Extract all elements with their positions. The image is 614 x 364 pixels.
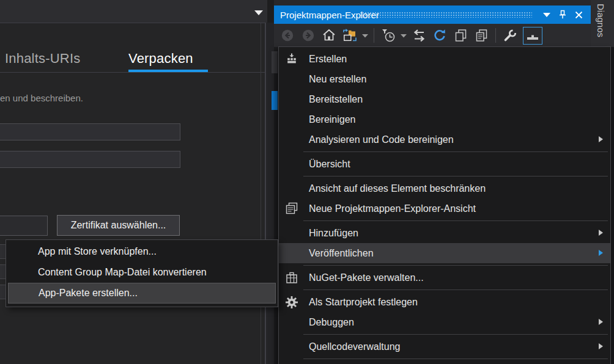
form-fragment xyxy=(0,244,6,259)
menu-item-neue-projektmappen-explorer-ansicht[interactable]: Neue Projektmappen-Explorer-Ansicht xyxy=(279,198,610,219)
menu-item-hinzufügen[interactable]: Hinzufügen xyxy=(279,223,610,243)
visual-studio-screenshot: Inhalts-URIs Verpacken en und beschreibe… xyxy=(0,0,614,364)
sync-with-active-document-icon[interactable] xyxy=(409,26,429,45)
menu-item-erstellen[interactable]: Erstellen xyxy=(279,49,610,69)
menu-item-ansicht-auf-dieses-element-beschränken[interactable]: Ansicht auf dieses Element beschränken xyxy=(279,178,610,198)
tab-verpacken[interactable]: Verpacken xyxy=(128,51,193,67)
menu-item-label: Übersicht xyxy=(309,159,350,170)
editor-top-strip xyxy=(0,0,267,23)
nuget-icon xyxy=(283,268,301,288)
properties-pages-icon[interactable] xyxy=(471,26,492,45)
menu-item-label: Debuggen xyxy=(309,317,354,328)
package-field-1[interactable] xyxy=(0,123,180,140)
scissors-icon xyxy=(283,361,301,364)
menu-item-übersicht[interactable]: Übersicht xyxy=(279,154,610,174)
pending-changes-filter-icon[interactable] xyxy=(378,26,399,45)
certificate-field-fragment[interactable] xyxy=(0,216,48,236)
menu-item-analysieren-und-code-bereinigen[interactable]: Analysieren und Code bereinigen xyxy=(279,129,610,150)
choose-certificate-button[interactable]: Zertifikat auswählen... xyxy=(57,215,180,236)
build-icon xyxy=(283,49,301,69)
back-icon[interactable] xyxy=(277,26,298,45)
menu-item-label: Ansicht auf dieses Element beschränken xyxy=(309,183,486,194)
menu-item-debuggen[interactable]: Debuggen xyxy=(279,312,610,332)
solution-explorer-toolbar xyxy=(274,24,591,47)
forward-icon[interactable] xyxy=(298,26,319,45)
diagnostics-side-tab[interactable]: Diagnos xyxy=(591,0,614,47)
window-position-chevron-icon[interactable] xyxy=(541,5,553,24)
new-view-icon xyxy=(283,198,301,219)
menu-item-label: NuGet-Pakete verwalten... xyxy=(309,272,424,283)
refresh-icon[interactable] xyxy=(429,26,450,45)
menu-item-als-startprojekt-festlegen[interactable]: Als Startprojekt festlegen xyxy=(279,292,610,312)
close-icon[interactable] xyxy=(572,5,585,24)
toolbar-separator xyxy=(374,28,374,43)
solution-context-menu: ErstellenNeu erstellenBereitstellenBerei… xyxy=(278,46,611,364)
menu-item-quellcodeverwaltung[interactable]: Quellcodeverwaltung xyxy=(279,337,610,357)
menu-item-label: Neu erstellen xyxy=(309,74,366,85)
menu-item-bereinigen[interactable]: Bereinigen xyxy=(279,109,610,129)
solution-explorer-titlebar[interactable]: Projektmappen-Explorer xyxy=(274,5,591,24)
submenu-arrow-icon xyxy=(599,136,603,142)
menu-separator xyxy=(303,176,608,177)
menu-separator xyxy=(303,151,608,152)
selected-tree-item-fragment xyxy=(272,91,278,110)
menu-item-neu-erstellen[interactable]: Neu erstellen xyxy=(279,69,610,89)
menu-item-label: Analysieren und Code bereinigen xyxy=(309,134,454,145)
menu-item-nuget-pakete-verwalten[interactable]: NuGet-Pakete verwalten... xyxy=(279,268,610,288)
diagnostics-side-tab-label: Diagnos xyxy=(596,4,606,37)
tree-item-fragment xyxy=(272,51,278,73)
menu-item-label: Bereitstellen xyxy=(309,94,363,105)
view-dropdown-icon[interactable] xyxy=(360,26,370,45)
package-manifest-editor: Inhalts-URIs Verpacken en und beschreibe… xyxy=(0,23,266,364)
submenu-item-label: Content Group Map-Datei konvertieren xyxy=(38,267,207,278)
menu-separator xyxy=(303,289,608,290)
gear-icon xyxy=(283,292,301,312)
menu-item-label: Bereinigen xyxy=(309,114,356,125)
menu-separator xyxy=(303,220,608,221)
menu-item-ausschneiden[interactable]: Ausschneiden xyxy=(279,361,610,364)
package-field-2[interactable] xyxy=(0,151,180,168)
show-all-files-icon[interactable] xyxy=(450,26,471,45)
menu-item-veröffentlichen[interactable]: Veröffentlichen xyxy=(279,243,610,263)
submenu-arrow-icon xyxy=(599,343,603,349)
titlebar-drag-dots xyxy=(360,12,532,18)
menu-item-label: Erstellen xyxy=(309,54,347,65)
menu-item-label: Hinzufügen xyxy=(309,228,358,239)
submenu-item-content-group-map-datei-konvertieren[interactable]: Content Group Map-Datei konvertieren xyxy=(6,262,278,283)
menu-item-bereitstellen[interactable]: Bereitstellen xyxy=(279,89,610,109)
submenu-arrow-icon xyxy=(599,250,603,256)
menu-separator xyxy=(303,334,608,335)
submenu-arrow-icon xyxy=(599,319,603,325)
menu-separator xyxy=(303,359,608,359)
menu-item-label: Neue Projektmappen-Explorer-Ansicht xyxy=(309,203,476,214)
window-gap xyxy=(266,23,274,364)
submenu-item-app-mit-store-verknüpfen[interactable]: App mit Store verknüpfen... xyxy=(6,241,278,262)
form-fragment xyxy=(0,264,6,279)
menu-item-label: Als Startprojekt festlegen xyxy=(309,297,418,308)
filter-dropdown-icon[interactable] xyxy=(399,26,409,45)
tabs-divider xyxy=(0,72,265,73)
pin-icon[interactable] xyxy=(557,5,569,24)
packaging-description-text: en und beschreiben. xyxy=(0,93,83,103)
publish-submenu: App mit Store verknüpfen...Content Group… xyxy=(6,239,278,307)
toolbar-separator xyxy=(495,28,496,43)
menu-item-label: Quellcodeverwaltung xyxy=(309,341,400,352)
menu-item-label: Veröffentlichen xyxy=(309,248,374,259)
document-dropdown-chevron-icon[interactable] xyxy=(254,10,263,15)
form-fragment xyxy=(0,285,6,299)
submenu-arrow-icon xyxy=(599,230,603,236)
submenu-item-label: App-Pakete erstellen... xyxy=(39,288,138,299)
panel-scroll-line xyxy=(261,23,261,364)
menu-separator xyxy=(303,265,608,266)
tab-inhalts-uris[interactable]: Inhalts-URIs xyxy=(5,51,80,67)
preview-selected-items-icon[interactable] xyxy=(520,26,545,45)
submenu-item-label: App mit Store verknüpfen... xyxy=(38,246,157,257)
submenu-item-app-pakete-erstellen[interactable]: App-Pakete erstellen... xyxy=(8,283,276,304)
collapse-all-icon[interactable] xyxy=(339,26,360,45)
home-icon[interactable] xyxy=(319,26,339,45)
window-top-edge xyxy=(274,0,591,5)
properties-icon[interactable] xyxy=(500,26,520,45)
